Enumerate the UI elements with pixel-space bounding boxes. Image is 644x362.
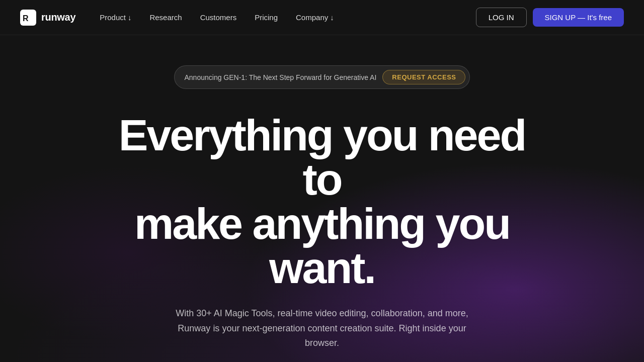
announcement-text: Announcing GEN-1: The Next Step Forward …	[185, 73, 377, 81]
runway-logo-icon: R	[20, 10, 36, 26]
signup-button[interactable]: SIGN UP — It's free	[533, 8, 624, 27]
login-button[interactable]: LOG IN	[476, 8, 527, 27]
nav-pricing[interactable]: Pricing	[255, 13, 278, 22]
product-dropdown-icon: ↓	[128, 13, 132, 22]
logo[interactable]: R runway	[20, 10, 75, 26]
request-access-button[interactable]: REQUEST ACCESS	[382, 70, 465, 84]
hero-section: Announcing GEN-1: The Next Step Forward …	[0, 35, 644, 362]
nav-links: Product ↓ Research Customers Pricing Com…	[100, 13, 334, 22]
nav-customers[interactable]: Customers	[200, 13, 237, 22]
navbar-right: LOG IN SIGN UP — It's free	[476, 8, 624, 27]
nav-company[interactable]: Company ↓	[296, 13, 334, 22]
navbar: R runway Product ↓ Research Customers Pr…	[0, 0, 644, 35]
logo-text: runway	[41, 12, 75, 23]
hero-subheadline: With 30+ AI Magic Tools, real-time video…	[171, 306, 473, 351]
svg-text:R: R	[23, 14, 29, 23]
nav-product[interactable]: Product ↓	[100, 13, 131, 22]
nav-research[interactable]: Research	[149, 13, 182, 22]
announcement-banner[interactable]: Announcing GEN-1: The Next Step Forward …	[174, 65, 470, 89]
navbar-left: R runway Product ↓ Research Customers Pr…	[20, 10, 334, 26]
company-dropdown-icon: ↓	[330, 13, 334, 22]
hero-headline: Everything you need to make anything you…	[96, 113, 548, 290]
